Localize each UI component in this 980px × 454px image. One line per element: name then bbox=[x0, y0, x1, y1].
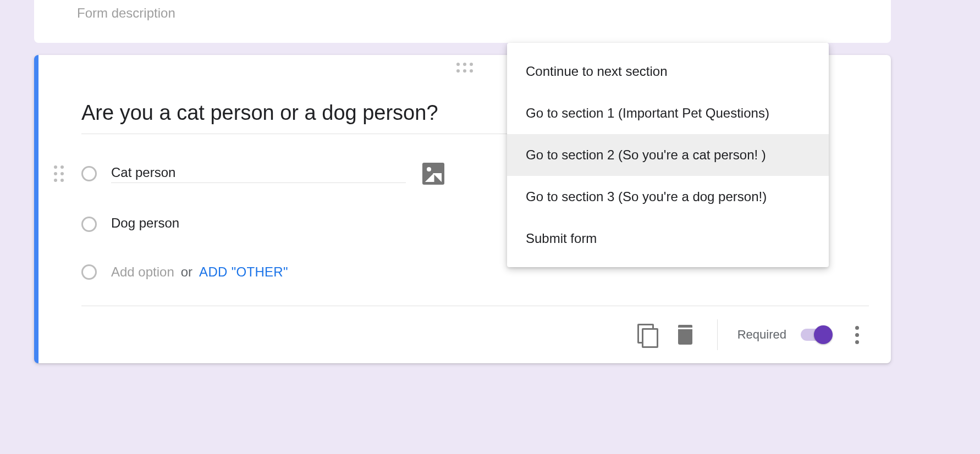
or-text: or bbox=[181, 264, 192, 280]
radio-icon bbox=[81, 166, 97, 181]
add-image-icon[interactable] bbox=[422, 163, 444, 185]
delete-button[interactable] bbox=[673, 323, 697, 347]
dropdown-item-submit[interactable]: Submit form bbox=[507, 218, 829, 259]
vertical-divider bbox=[717, 319, 718, 350]
section-routing-dropdown: Continue to next section Go to section 1… bbox=[507, 43, 829, 267]
add-other-button[interactable]: ADD "OTHER" bbox=[199, 264, 288, 280]
radio-icon bbox=[81, 264, 97, 280]
form-description-field[interactable]: Form description bbox=[77, 0, 891, 21]
dropdown-item-section-1[interactable]: Go to section 1 (Important Pet Questions… bbox=[507, 92, 829, 134]
more-vert-icon bbox=[851, 326, 863, 344]
required-label: Required bbox=[737, 328, 786, 342]
dropdown-item-section-3[interactable]: Go to section 3 (So you're a dog person!… bbox=[507, 176, 829, 218]
card-footer: Required bbox=[38, 306, 891, 363]
duplicate-button[interactable] bbox=[635, 323, 659, 347]
copy-icon bbox=[637, 324, 656, 346]
required-toggle[interactable] bbox=[801, 329, 830, 341]
form-header-card: Form description bbox=[34, 0, 891, 43]
add-option-button[interactable]: Add option bbox=[111, 264, 174, 280]
option-text-input[interactable]: Dog person bbox=[111, 215, 179, 233]
dropdown-item-section-2[interactable]: Go to section 2 (So you're a cat person!… bbox=[507, 134, 829, 176]
more-options-button[interactable] bbox=[845, 323, 869, 347]
option-text-input[interactable]: Cat person bbox=[111, 165, 406, 183]
drag-dots-icon bbox=[456, 63, 473, 73]
row-drag-handle[interactable] bbox=[54, 165, 64, 182]
radio-icon bbox=[81, 217, 97, 232]
trash-icon bbox=[677, 325, 693, 345]
question-title-input[interactable]: Are you a cat person or a dog person? bbox=[81, 78, 510, 134]
dropdown-item-continue[interactable]: Continue to next section bbox=[507, 51, 829, 92]
